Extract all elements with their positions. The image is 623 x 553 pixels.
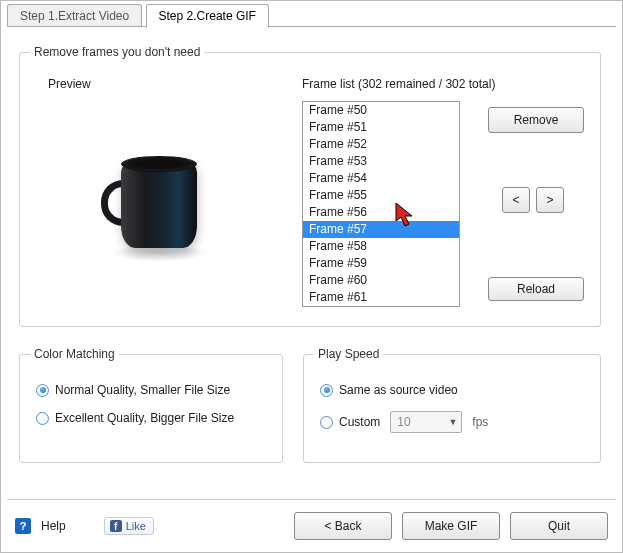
help-link[interactable]: Help [41,519,66,533]
fps-unit-label: fps [472,415,488,429]
tab-panel-create-gif: Remove frames you don't need Preview Fra… [7,27,616,494]
radio-label: Excellent Quality, Bigger File Size [55,411,234,425]
fps-value: 10 [397,415,410,429]
list-item[interactable]: Frame #60 [303,272,459,289]
radio-label: Normal Quality, Smaller File Size [55,383,230,397]
list-item[interactable]: Frame #50 [303,102,459,119]
help-area: ? Help f Like [15,517,154,535]
reload-button[interactable]: Reload [488,277,584,301]
radio-label: Custom [339,415,380,429]
preview-image [36,101,272,311]
tab-create-gif[interactable]: Step 2.Create GIF [146,4,269,28]
make-gif-button[interactable]: Make GIF [402,512,500,540]
radio-label: Same as source video [339,383,458,397]
list-item[interactable]: Frame #56 [303,204,459,221]
frame-list[interactable]: Frame #50Frame #51Frame #52Frame #53Fram… [303,102,459,306]
radio-excellent-quality[interactable]: Excellent Quality, Bigger File Size [36,411,268,425]
list-item[interactable]: Frame #52 [303,136,459,153]
fps-combobox[interactable]: 10 ▼ [390,411,462,433]
quit-button[interactable]: Quit [510,512,608,540]
list-item[interactable]: Frame #54 [303,170,459,187]
group-color-matching: Color Matching Normal Quality, Smaller F… [19,347,283,463]
next-frame-button[interactable]: > [536,187,564,213]
group-remove-frames: Remove frames you don't need Preview Fra… [19,45,601,327]
list-item[interactable]: Frame #53 [303,153,459,170]
group-play-speed-legend: Play Speed [314,347,383,361]
list-item[interactable]: Frame #61 [303,289,459,306]
facebook-like-button[interactable]: f Like [104,517,154,535]
radio-same-as-source[interactable]: Same as source video [320,383,586,397]
radio-custom-fps[interactable]: Custom [320,415,380,429]
list-item[interactable]: Frame #58 [303,238,459,255]
radio-icon [320,384,333,397]
back-button[interactable]: < Back [294,512,392,540]
remove-button[interactable]: Remove [488,107,584,133]
preview-mug-illustration [99,156,209,256]
like-label: Like [126,520,146,532]
tab-bar: Step 1.Extract Video Step 2.Create GIF [7,3,616,27]
list-item[interactable]: Frame #55 [303,187,459,204]
list-item[interactable]: Frame #57 [303,221,459,238]
radio-icon [36,384,49,397]
frame-list-container: Frame #50Frame #51Frame #52Frame #53Fram… [302,101,460,307]
chevron-down-icon: ▼ [448,417,457,427]
bottom-bar: ? Help f Like < Back Make GIF Quit [1,500,622,552]
prev-frame-button[interactable]: < [502,187,530,213]
group-color-matching-legend: Color Matching [30,347,119,361]
facebook-icon: f [110,520,122,532]
help-icon: ? [15,518,31,534]
radio-icon [320,416,333,429]
app-window: Step 1.Extract Video Step 2.Create GIF R… [0,0,623,553]
radio-normal-quality[interactable]: Normal Quality, Smaller File Size [36,383,268,397]
list-item[interactable]: Frame #59 [303,255,459,272]
radio-icon [36,412,49,425]
frame-list-label: Frame list (302 remained / 302 total) [302,77,495,91]
preview-label: Preview [48,77,91,91]
tab-extract-video[interactable]: Step 1.Extract Video [7,4,142,27]
group-play-speed: Play Speed Same as source video Custom 1… [303,347,601,463]
frame-nav-buttons: < > [502,187,564,213]
group-remove-frames-legend: Remove frames you don't need [30,45,204,59]
list-item[interactable]: Frame #51 [303,119,459,136]
